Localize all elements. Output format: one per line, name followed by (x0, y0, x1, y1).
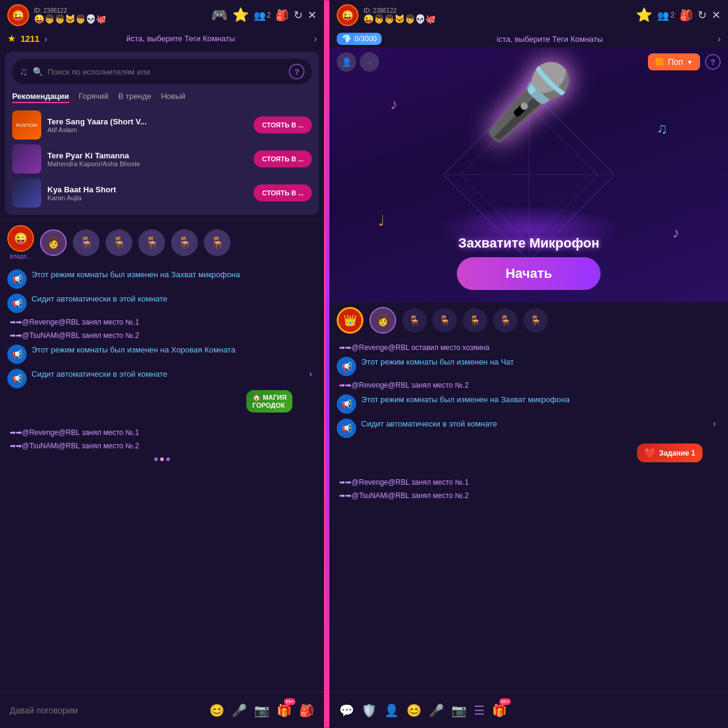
right-gift-icon[interactable]: 🎁 99+ (492, 703, 507, 718)
right-seat-owner[interactable]: 👑 (337, 307, 363, 334)
right-profile-icon[interactable]: 👤 (384, 703, 399, 718)
help-icon[interactable]: ? (289, 64, 305, 79)
right-user-line-2: ➡➡@Revenge@RBL занял место №.1 (337, 478, 721, 487)
right-user-system-1: ➡➡@Revenge@RBL оставил место хозяина (337, 343, 721, 352)
queue-btn-1[interactable]: СТОЯТЬ В ... (254, 116, 312, 133)
left-room-tag: йста, выберите Теги Комнаты (52, 34, 309, 43)
seat-5[interactable]: 🪑 (138, 229, 165, 256)
right-chat-text-3: Сидит автоматически в этой комнате (361, 419, 497, 430)
seat-4[interactable]: 🪑 (106, 229, 132, 256)
left-user-line-1: ➡➡@Revenge@RBL занял место №.1 (7, 318, 317, 326)
right-seat-4[interactable]: 🪑 (433, 308, 457, 332)
right-shield-icon[interactable]: 🛡️ (362, 703, 377, 718)
queue-btn-2[interactable]: СТОЯТЬ В ... (254, 150, 312, 167)
stage-seat-2[interactable]: › (360, 52, 379, 72)
seat-6[interactable]: 🪑 (171, 229, 198, 256)
right-chat-msg-2: 📢 Этот режим комнаты был изменен на Захв… (337, 394, 721, 414)
song-artist-1: Atif Aslam (47, 126, 248, 133)
left-chat-text-4: Сидит автоматически в этой комнате (32, 369, 167, 380)
stage-help-icon[interactable]: ? (705, 54, 721, 70)
song-info-3: Kya Baat Ha Short Karan Aujla (47, 185, 248, 201)
star-icon-top[interactable]: ⭐ (232, 7, 249, 23)
right-user-info: ID: 2386122 😜👦👦🐱👦💀🐙 (363, 7, 631, 24)
promo-banner-left[interactable]: 🏠 МАГИЯГОРОДОК (246, 390, 292, 413)
gift-icon[interactable]: 🎮 (211, 7, 228, 23)
emoji-icon-left[interactable]: 😊 (209, 703, 224, 718)
right-room-chevron[interactable]: › (718, 34, 721, 44)
song-thumb-2 (12, 144, 41, 174)
close-icon-left[interactable]: ✕ (308, 8, 317, 22)
task-badge[interactable]: ❤️ Задание 1 (637, 443, 703, 462)
megaphone-1: 📢 (7, 269, 27, 289)
right-seat-2[interactable]: 👩 (369, 307, 396, 334)
right-seat-3[interactable]: 🪑 (402, 308, 426, 332)
right-mic-icon[interactable]: 🎤 (429, 703, 444, 718)
right-seat-5[interactable]: 🪑 (463, 308, 487, 332)
tab-hot[interactable]: Горячий (79, 92, 109, 103)
song-item-3: Kya Baat Ha Short Karan Aujla СТОЯТЬ В .… (12, 178, 312, 207)
scroll-dots-left (7, 455, 317, 463)
mic-icon-left[interactable]: 🎤 (232, 703, 247, 718)
right-user-line-1: ➡➡@Revenge@RBL занял место №.2 (337, 381, 721, 389)
seat-2-avatar[interactable]: 👩 (40, 229, 67, 256)
right-camera-icon[interactable]: 📷 (451, 703, 467, 718)
refresh-icon[interactable]: ↻ (294, 8, 303, 22)
seat-7[interactable]: 🪑 (204, 229, 231, 256)
tab-recommendations[interactable]: Рекомендации (12, 92, 69, 103)
left-chat-text-2: Сидит автоматически в этой комнате (32, 294, 167, 305)
right-emoji-icon[interactable]: 😊 (406, 703, 422, 718)
star-chevron[interactable]: › (44, 34, 47, 44)
song-artist-3: Karan Aujla (47, 194, 248, 201)
pop-genre-btn[interactable]: 🟧 Поп ▼ (648, 53, 700, 70)
arrow-icon[interactable]: › (309, 369, 312, 379)
right-chat-area: ➡➡@Revenge@RBL оставил место хозяина 📢 Э… (329, 339, 728, 692)
right-arrow-icon[interactable]: › (713, 419, 716, 428)
right-avatar[interactable]: 😜 (337, 4, 359, 26)
right-emojis: 😜👦👦🐱👦💀🐙 (363, 14, 631, 24)
right-user-line-3: ➡➡@TsuNAMi@RBL занял место №.2 (337, 491, 721, 500)
bag-icon[interactable]: 🎒 (275, 8, 289, 22)
right-room-tag: iста, выберите Теги Комнаты (386, 35, 713, 44)
left-chat-msg-3: 📢 Этот режим комнаты был изменен на Хоро… (7, 345, 317, 364)
left-chat-text-1: Этот режим комнаты был изменен на Захват… (32, 269, 240, 280)
right-refresh-icon[interactable]: ↻ (698, 8, 707, 22)
right-menu-icon[interactable]: ☰ (474, 703, 485, 718)
gift-badge: 99+ (284, 698, 296, 705)
song-info-1: Tere Sang Yaara (Short V... Atif Aslam (47, 117, 248, 133)
song-title-2: Tere Pyar Ki Tamanna (47, 151, 248, 160)
gift-bottom-icon[interactable]: 🎁 99+ (277, 703, 292, 718)
left-bottom-bar: 😊 🎤 📷 🎁 99+ 🎒 (0, 692, 324, 728)
left-panel: 😜 ID: 2386122 😜👦👦🐱👦💀🐙 🎮 ⭐ 👥 2 🎒 ↻ ✕ ★ 12… (0, 0, 326, 728)
right-seat-6[interactable]: 🪑 (493, 308, 517, 332)
note-4: ♪ (672, 224, 679, 241)
song-list: RUSTOM Tere Sang Yaara (Short V... Atif … (12, 110, 312, 207)
left-seat-row: 😜 владе... 👩 🪑 🪑 🪑 🪑 🪑 (0, 220, 324, 265)
left-avatar[interactable]: 😜 (7, 4, 29, 26)
right-close-icon[interactable]: ✕ (712, 8, 721, 22)
megaphone-3: 📢 (7, 345, 27, 364)
seat-owner-avatar[interactable]: 😜 (7, 225, 34, 252)
note-1: ♪ (390, 96, 397, 113)
people-count: 👥 2 (254, 10, 271, 21)
dot-1 (154, 457, 158, 461)
bag-bottom-icon[interactable]: 🎒 (299, 703, 314, 718)
start-button[interactable]: Начать (457, 257, 601, 290)
note-3: ♩ (378, 212, 385, 229)
left-stars-bar: ★ 1211 › йста, выберите Теги Комнаты › (0, 30, 324, 47)
tab-new[interactable]: Новый (161, 92, 185, 103)
queue-btn-3[interactable]: СТОЯТЬ В ... (254, 184, 312, 201)
right-seat-7[interactable]: 🪑 (524, 308, 548, 332)
left-user-line-4: ➡➡@TsuNAMi@RBL занял место №.2 (7, 442, 317, 450)
tab-trending[interactable]: В тренде (118, 92, 152, 103)
song-title-1: Tere Sang Yaara (Short V... (47, 117, 248, 126)
right-chat-icon[interactable]: 💬 (339, 703, 354, 718)
search-input[interactable] (48, 67, 285, 76)
right-people-count: 👥 2 (657, 10, 675, 21)
stage-seat-1[interactable]: 👤 (337, 52, 356, 72)
seat-3[interactable]: 🪑 (73, 229, 99, 256)
right-bag-icon[interactable]: 🎒 (679, 8, 693, 22)
chat-input-left[interactable] (10, 706, 202, 715)
room-tag-chevron[interactable]: › (314, 34, 317, 44)
star-icon-right[interactable]: ⭐ (636, 7, 652, 23)
camera-icon-left[interactable]: 📷 (254, 703, 269, 718)
